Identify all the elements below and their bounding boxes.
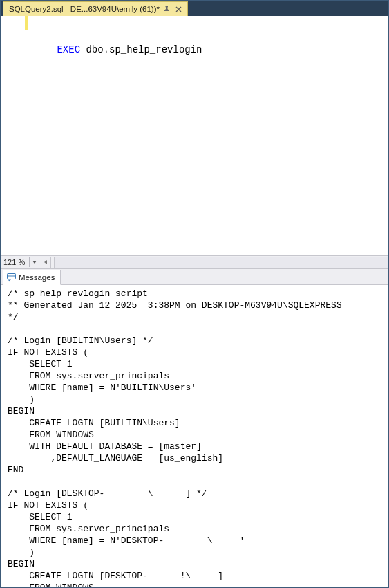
messages-icon xyxy=(7,273,16,282)
hscroll-left-icon[interactable] xyxy=(41,257,51,268)
editor-content[interactable]: EXEC dbo.sp_help_revlogin xyxy=(12,16,388,255)
close-icon[interactable] xyxy=(175,5,183,13)
zoom-dropdown-icon[interactable] xyxy=(29,257,38,267)
app-root: SQLQuery2.sql - DE...63V94U\emily (61))*… xyxy=(0,0,389,588)
hscroll-track[interactable] xyxy=(54,257,388,268)
messages-tab[interactable]: Messages xyxy=(3,270,61,285)
editor-gutter xyxy=(1,16,12,255)
change-marker xyxy=(25,16,28,30)
zoom-bar: 121 % xyxy=(1,255,388,268)
results-tab-strip: Messages xyxy=(1,268,388,285)
document-tab-strip: SQLQuery2.sql - DE...63V94U\emily (61))* xyxy=(1,1,388,16)
messages-tab-label: Messages xyxy=(19,273,55,282)
zoom-value[interactable]: 121 % xyxy=(3,258,26,266)
document-tab[interactable]: SQLQuery2.sql - DE...63V94U\emily (61))* xyxy=(3,1,188,16)
editor-code-line: EXEC dbo.sp_help_revlogin xyxy=(57,44,202,55)
document-tab-title: SQLQuery2.sql - DE...63V94U\emily (61))* xyxy=(9,5,160,13)
sql-editor-pane[interactable]: EXEC dbo.sp_help_revlogin xyxy=(1,16,388,255)
messages-output: /* sp_help_revlogin script ** Generated … xyxy=(8,288,388,587)
messages-pane[interactable]: /* sp_help_revlogin script ** Generated … xyxy=(1,285,388,587)
pin-icon[interactable] xyxy=(164,6,171,12)
